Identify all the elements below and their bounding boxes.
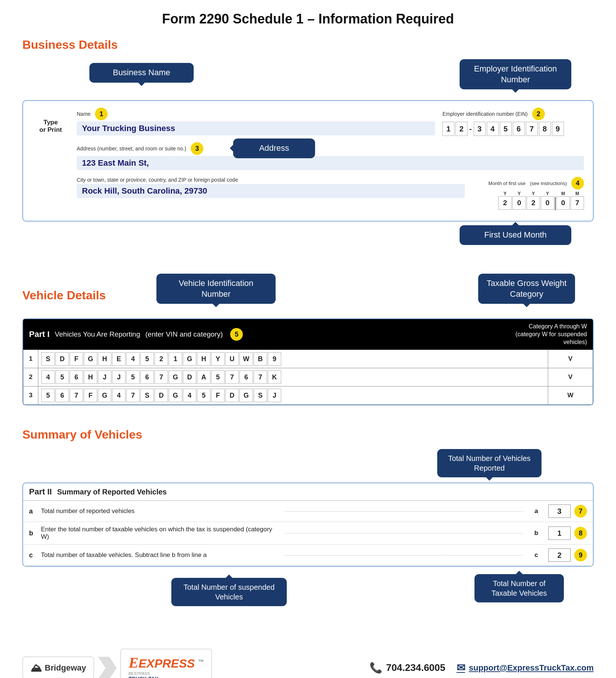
type-or-print-label: Type or Print	[32, 108, 69, 134]
month-field-group: Month of first use (see instructions) 4 …	[472, 177, 584, 210]
ein-digit: 9	[552, 122, 564, 136]
badge-2: 2	[532, 108, 545, 120]
suspended-tooltip: Total Number of suspended Vehicles	[171, 578, 287, 606]
vin-char: 4	[183, 389, 196, 402]
ein-dash: -	[469, 125, 472, 133]
address-label: Address (number, street, and room or sui…	[77, 142, 584, 155]
business-section-title: Business Details	[22, 38, 594, 52]
address-field-group: Address (number, street, and room or sui…	[77, 142, 584, 173]
month-digit-col: Y0	[541, 191, 554, 210]
email-wrap[interactable]: ✉ support@ExpressTruckTax.com	[457, 662, 594, 674]
vin-char: 9	[268, 352, 281, 366]
vin-char: Y	[211, 352, 225, 366]
part1-sub: (enter VIN and category)	[145, 330, 223, 338]
month-digit: 0	[541, 196, 554, 210]
vin-char: G	[183, 352, 196, 366]
badge-3: 3	[191, 142, 203, 155]
vin-char: G	[169, 370, 182, 384]
phone-icon: 📞	[369, 662, 382, 674]
vehicle-section: Vehicle Details Vehicle Identification N…	[22, 274, 594, 405]
vin-char: 7	[155, 370, 168, 384]
taxable-tooltip: Total Number of Taxable Vehicles	[474, 574, 564, 602]
ein-digit: 3	[474, 122, 486, 136]
summary-section-title: Summary of Vehicles	[22, 428, 594, 442]
vin-char: 2	[155, 352, 168, 366]
row-b-label: b	[29, 529, 38, 537]
phone-wrap: 📞 704.234.6005	[369, 662, 445, 674]
row-c-code: c	[529, 551, 544, 559]
row-a-code: a	[529, 507, 544, 515]
vin-char: 1	[169, 352, 182, 366]
month-digit: 2	[527, 196, 540, 210]
month-digits: Y2Y0Y2Y0M0M7	[498, 191, 584, 210]
month-digit-header: Y	[504, 191, 507, 196]
badge-7: 7	[574, 505, 587, 518]
vin-char: 6	[140, 370, 154, 384]
vin-row-num: 1	[23, 350, 38, 368]
express-name: EEXPRESS ™	[128, 658, 204, 670]
ein-digit: 1	[442, 122, 454, 136]
email-address: support@ExpressTruckTax.com	[469, 663, 594, 673]
vin-char: D	[183, 370, 196, 384]
month-label: Month of first use (see instructions) 4	[488, 177, 584, 190]
vin-row: 2456HJJ567GDA5767KV	[23, 368, 593, 386]
connector-shape	[98, 657, 117, 678]
footer: ⛰ Bridgeway EEXPRESS ™ BESTPASS TRUCK TA…	[22, 641, 594, 678]
month-digit-header: M	[561, 191, 565, 196]
bridgeway-logo: ⛰ Bridgeway	[22, 656, 94, 678]
row-a-text: Total number of reported vehicles	[41, 507, 279, 515]
business-section: Business Details Business Name Employer …	[22, 38, 594, 251]
month-digit: 0	[512, 196, 526, 210]
vin-char: 7	[126, 389, 140, 402]
month-digit-header: Y	[518, 191, 521, 196]
total-reported-tooltip: Total Number of Vehicles Reported	[437, 449, 542, 477]
vin-char: 4	[126, 352, 140, 366]
vehicle-section-title: Vehicle Details	[22, 289, 106, 302]
vin-char: S	[140, 389, 154, 402]
city-value: Rock Hill, South Carolina, 29730	[77, 184, 465, 198]
vin-char: 5	[211, 370, 225, 384]
badge-1: 1	[95, 108, 108, 120]
vehicle-form: Part I Vehicles You Are Reporting (enter…	[22, 318, 594, 405]
vin-char: 7	[254, 370, 267, 384]
row-b-value-wrap: 1 8	[547, 526, 587, 540]
row-a-value: 3	[548, 504, 571, 518]
ein-digit: 7	[526, 122, 538, 136]
vin-row: 3567FG47SDG45FDGSJW	[23, 386, 593, 405]
row-b-code: b	[529, 529, 544, 537]
ein-tooltip: Employer Identification Number	[460, 59, 571, 89]
row-b-dots	[285, 533, 523, 534]
vin-char: G	[239, 389, 253, 402]
vin-char: F	[84, 389, 97, 402]
vin-category: V	[548, 368, 593, 386]
vin-row-num: 2	[23, 368, 38, 386]
page-title: Form 2290 Schedule 1 – Information Requi…	[22, 11, 594, 27]
summary-form: Part II Summary of Reported Vehicles a T…	[22, 483, 594, 567]
vin-char: D	[155, 389, 168, 402]
vin-char: G	[169, 389, 182, 402]
ein-field-group: Employer identification number (EIN) 2 1…	[442, 108, 584, 136]
vin-char: H	[98, 352, 111, 366]
month-digit-col: Y2	[498, 191, 512, 210]
vin-char: A	[197, 370, 210, 384]
month-digit-col: Y2	[527, 191, 540, 210]
vin-char: F	[70, 352, 83, 366]
vin-char: 6	[70, 370, 83, 384]
bridgeway-icon: ⛰	[31, 662, 42, 674]
business-name-tooltip: Business Name	[89, 63, 194, 83]
row-c-value-wrap: 2 9	[547, 548, 587, 562]
row-b-value: 1	[548, 526, 571, 540]
vin-char: 5	[55, 370, 69, 384]
part2-label: Part II	[29, 487, 52, 497]
vin-char: 5	[41, 389, 55, 402]
ein-digit: 2	[455, 122, 467, 136]
vin-char: G	[84, 352, 97, 366]
month-digit-header: M	[575, 191, 579, 196]
business-form: Type or Print Name 1 Your Trucking Busin…	[22, 100, 594, 222]
row-b-text: Enter the total number of taxable vehicl…	[41, 526, 279, 541]
vin-char: G	[98, 389, 111, 402]
first-used-month-tooltip: First Used Month	[460, 225, 571, 245]
address-value: 123 East Main St,	[77, 156, 584, 170]
summary-row-a: a Total number of reported vehicles a 3 …	[23, 501, 593, 522]
vin-char: J	[268, 389, 281, 402]
